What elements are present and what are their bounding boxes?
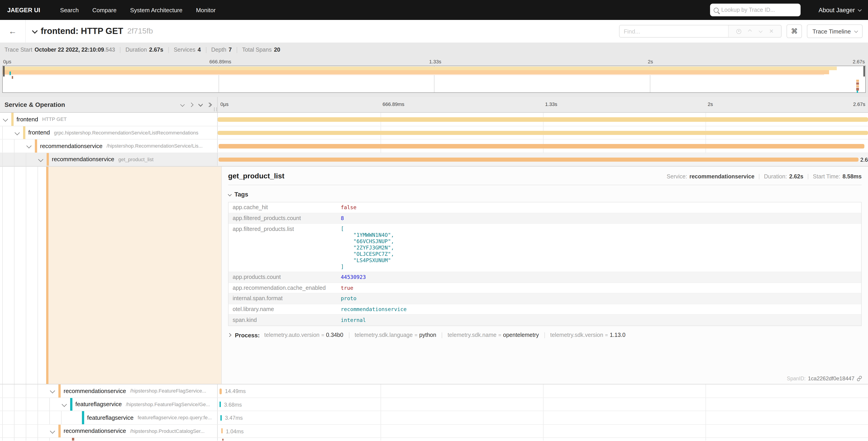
span-name-cell[interactable]: featureflagservice /hipstershop.FeatureF… bbox=[0, 398, 218, 411]
span-name-cell[interactable] bbox=[0, 438, 218, 441]
span-row-featureflag-grpc: recommendationservice /hipstershop.Featu… bbox=[0, 384, 868, 398]
span-detail-row: get_product_list Service: recommendation… bbox=[0, 166, 868, 384]
operation-name: /hipstershop.FeatureFlagService... bbox=[130, 388, 206, 394]
span-duration-label: 2.62s bbox=[860, 156, 868, 163]
span-bar[interactable] bbox=[221, 428, 222, 433]
span-name-cell[interactable]: recommendationservice /hipstershop.Recom… bbox=[0, 140, 218, 152]
prev-match-icon[interactable] bbox=[748, 29, 752, 33]
tags-section-toggle[interactable]: Tags bbox=[228, 191, 862, 198]
meta-total-spans: Total Spans 20 bbox=[232, 47, 280, 53]
process-label: Process: bbox=[235, 332, 260, 339]
focus-match-icon[interactable] bbox=[736, 29, 741, 34]
span-bar-cell: 14.49ms bbox=[218, 384, 868, 397]
nav-item-monitor[interactable]: Monitor bbox=[196, 6, 216, 13]
tag-row[interactable]: app.cache_hit false bbox=[228, 202, 861, 213]
search-icon bbox=[713, 7, 718, 12]
nav-item-search[interactable]: Search bbox=[60, 6, 79, 13]
about-jaeger-menu[interactable]: About Jaeger bbox=[818, 6, 861, 13]
collapse-trace-chevron[interactable] bbox=[32, 28, 37, 33]
collapse-span-chevron[interactable] bbox=[15, 130, 20, 135]
service-operation-title: Service & Operation bbox=[4, 101, 177, 108]
operation-name: grpc.hipstershop.RecommendationService/L… bbox=[54, 130, 198, 136]
span-name-cell[interactable]: recommendationservice /hipstershop.Produ… bbox=[0, 424, 218, 437]
tag-row[interactable]: app.recommendation.cache_enabled true bbox=[228, 283, 861, 293]
collapse-span-chevron[interactable] bbox=[38, 157, 43, 162]
collapse-span-chevron[interactable] bbox=[50, 428, 55, 434]
span-name-cell[interactable]: frontend grpc.hipstershop.Recommendation… bbox=[0, 126, 218, 139]
selected-span-color-bar bbox=[46, 167, 49, 384]
span-bar-cell bbox=[218, 113, 868, 126]
span-bar[interactable] bbox=[219, 157, 859, 161]
tag-row[interactable]: span.kind internal bbox=[228, 315, 861, 325]
span-rows: frontend HTTP GET frontend grpc.hipsters… bbox=[0, 113, 868, 441]
nav-item-compare[interactable]: Compare bbox=[92, 6, 117, 13]
span-bar[interactable] bbox=[219, 402, 221, 407]
span-bar[interactable] bbox=[219, 388, 222, 394]
span-bar[interactable] bbox=[220, 415, 222, 420]
meta-services: Services 4 bbox=[163, 47, 201, 53]
span-bar-cell bbox=[218, 438, 868, 441]
tag-row[interactable]: otel.library.name recommendationservice bbox=[228, 304, 861, 315]
nav-item-system-architecture[interactable]: System Architecture bbox=[130, 6, 182, 13]
span-row-featureflagservice-get: featureflagservice /hipstershop.FeatureF… bbox=[0, 398, 868, 411]
span-bar[interactable] bbox=[218, 117, 868, 122]
span-bar-cell: 2.62s bbox=[218, 153, 868, 166]
process-item: telemetry.auto.version = 0.34b0 bbox=[264, 332, 343, 338]
expand-all-icon[interactable] bbox=[205, 100, 214, 109]
span-name-cell[interactable]: recommendationservice get_product_list bbox=[0, 153, 218, 166]
span-name-cell[interactable]: frontend HTTP GET bbox=[0, 113, 218, 126]
tag-row[interactable]: app.filtered_products.count 8 bbox=[228, 213, 861, 224]
service-name: recommendationservice bbox=[64, 428, 126, 435]
back-button[interactable]: ← bbox=[0, 20, 26, 42]
tag-row[interactable]: internal.span.format proto bbox=[228, 293, 861, 304]
span-name-cell[interactable]: recommendationservice /hipstershop.Featu… bbox=[0, 384, 218, 397]
find-input[interactable] bbox=[620, 25, 728, 37]
minimap-drag-handle-right[interactable] bbox=[864, 66, 865, 77]
collapse-all-icon[interactable] bbox=[195, 100, 205, 109]
tag-row[interactable]: app.filtered_products.list [ "1YMWWN1N4O… bbox=[228, 224, 861, 272]
expand-one-icon[interactable] bbox=[186, 100, 195, 109]
chevron-down-icon bbox=[854, 29, 858, 33]
span-bar[interactable] bbox=[219, 144, 864, 148]
trace-view-selector[interactable]: Trace Timeline bbox=[807, 25, 863, 38]
collapse-one-icon[interactable] bbox=[177, 100, 186, 109]
trace-lookup-input[interactable] bbox=[721, 7, 797, 13]
tag-row[interactable]: app.products.count 44530923 bbox=[228, 272, 861, 283]
collapse-span-chevron[interactable] bbox=[62, 402, 67, 407]
span-bar[interactable] bbox=[218, 130, 868, 135]
trace-lookup-box bbox=[710, 4, 800, 16]
collapse-span-chevron[interactable] bbox=[3, 117, 8, 122]
span-name-cell[interactable]: featureflagservice featureflagservice.re… bbox=[0, 411, 218, 424]
trace-id-badge: 2f715fb bbox=[127, 27, 153, 36]
link-icon[interactable] bbox=[857, 376, 862, 381]
collapse-span-chevron[interactable] bbox=[50, 388, 55, 393]
timeline-header: Service & Operation 0μs 666.89ms 1.33s 2… bbox=[0, 97, 868, 113]
detail-service: Service: recommendationservice bbox=[666, 173, 754, 180]
service-operation-header: Service & Operation bbox=[0, 97, 218, 112]
keyboard-shortcuts-button[interactable]: ⌘ bbox=[786, 25, 802, 38]
minimap-span-tick bbox=[856, 85, 859, 87]
service-name: frontend bbox=[28, 129, 50, 136]
span-row-productcatalog-grpc: recommendationservice /hipstershop.Produ… bbox=[0, 424, 868, 438]
next-match-icon[interactable] bbox=[759, 29, 763, 33]
collapse-span-chevron[interactable] bbox=[27, 143, 32, 148]
service-name: recommendationservice bbox=[52, 156, 114, 163]
minimap-canvas[interactable] bbox=[2, 66, 866, 93]
span-duration-label: 3.68ms bbox=[224, 401, 242, 408]
brand-jaeger-ui[interactable]: JAEGER UI bbox=[7, 6, 40, 13]
span-detail-indent bbox=[0, 167, 221, 384]
service-name: featureflagservice bbox=[87, 414, 133, 421]
operation-name: featureflagservice.repo.query:fe... bbox=[137, 415, 212, 420]
span-bar[interactable] bbox=[222, 439, 223, 441]
minimap-drag-handle-left[interactable] bbox=[3, 66, 4, 77]
trace-meta-bar: Trace Start October 22 2022, 22:10:09 .5… bbox=[0, 43, 868, 57]
column-resize-grip[interactable] bbox=[214, 107, 217, 111]
detail-start-time: Start Time: 8.58ms bbox=[803, 173, 862, 180]
span-bar-cell bbox=[218, 140, 868, 152]
process-section-toggle[interactable]: Process: telemetry.auto.version = 0.34b0… bbox=[228, 332, 862, 339]
span-duration-label: 1.04ms bbox=[226, 428, 244, 435]
minimap-span-tick bbox=[856, 82, 859, 85]
back-arrow-icon: ← bbox=[9, 27, 17, 36]
minimap-span-tick bbox=[856, 80, 859, 82]
clear-find-icon[interactable]: ✕ bbox=[769, 28, 774, 34]
